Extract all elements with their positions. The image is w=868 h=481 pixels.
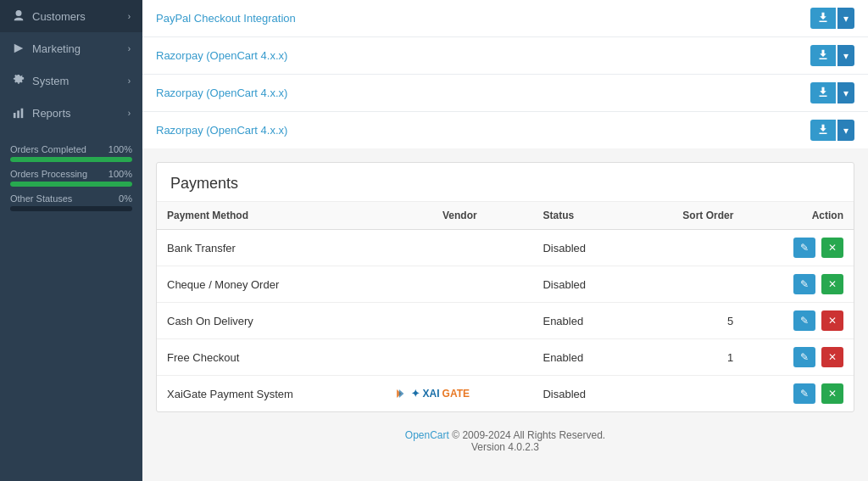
stat-label: Orders Processing [10, 169, 87, 179]
main-content: PayPal Checkout Integration ▾ Razorpay (… [142, 0, 868, 481]
edit-button[interactable]: ✎ [793, 310, 815, 331]
table-row: XaiGate Payment System ✦ XAIGATE Disable… [157, 376, 854, 412]
install-dropdown-button[interactable]: ▾ [837, 120, 854, 141]
install-dropdown-button[interactable]: ▾ [837, 45, 854, 66]
xai-label: ✦ XAI [411, 388, 439, 400]
install-dropdown-button[interactable]: ▾ [837, 82, 854, 103]
reports-icon [12, 106, 25, 120]
install-actions: ▾ [810, 120, 854, 141]
install-row: PayPal Checkout Integration ▾ [142, 0, 868, 37]
delete-button[interactable]: ✕ [821, 310, 843, 331]
sidebar: Customers › Marketing › System › Reports [0, 0, 142, 481]
stat-bar-bg [10, 157, 132, 162]
install-row: Razorpay (OpenCart 4.x.x) ▾ [142, 37, 868, 75]
sidebar-item-label: Reports [32, 107, 71, 120]
install-name[interactable]: Razorpay (OpenCart 4.x.x) [156, 49, 810, 62]
gate-label: GATE [442, 388, 470, 400]
gear-icon [12, 74, 25, 87]
stat-value: 100% [108, 144, 132, 154]
payment-status: Disabled [532, 376, 632, 412]
payment-method: Free Checkout [157, 339, 387, 376]
install-actions: ▾ [810, 8, 854, 29]
payment-status: Enabled [532, 303, 632, 339]
footer-brand-link[interactable]: OpenCart [405, 429, 449, 441]
payment-method: XaiGate Payment System [157, 376, 387, 412]
install-button[interactable] [810, 8, 836, 29]
payments-title: Payments [157, 163, 854, 202]
delete-button[interactable]: ✕ [821, 274, 843, 294]
sidebar-item-reports[interactable]: Reports › [0, 97, 142, 129]
col-method: Payment Method [157, 202, 387, 230]
sidebar-item-label: System [32, 75, 69, 87]
install-actions: ▾ [810, 82, 854, 103]
col-vendor: Vendor [387, 202, 532, 230]
payment-method: Cash On Delivery [157, 303, 387, 339]
stat-other-statuses: Other Statuses 0% [10, 193, 132, 211]
sidebar-item-customers[interactable]: Customers › [0, 0, 142, 32]
edit-button[interactable]: ✎ [793, 383, 815, 404]
installs-table: PayPal Checkout Integration ▾ Razorpay (… [142, 0, 868, 148]
install-button[interactable] [810, 120, 836, 141]
edit-button[interactable]: ✎ [793, 238, 815, 258]
install-dropdown-button[interactable]: ▾ [837, 8, 854, 29]
delete-button[interactable]: ✕ [821, 347, 843, 367]
payment-sort-order [632, 266, 744, 303]
payment-status: Enabled [532, 339, 632, 376]
xaigate-logo: ✦ XAIGATE [397, 388, 522, 400]
col-sort-order: Sort Order [632, 202, 744, 230]
stat-value: 100% [108, 169, 132, 179]
marketing-icon [12, 42, 25, 55]
install-actions: ▾ [810, 45, 854, 66]
footer-version: Version 4.0.2.3 [159, 441, 851, 453]
svg-rect-0 [14, 113, 16, 118]
payment-sort-order [632, 230, 744, 266]
install-name[interactable]: Razorpay (OpenCart 4.x.x) [156, 87, 810, 99]
svg-rect-1 [17, 110, 19, 118]
person-icon [12, 9, 25, 23]
payment-action: ✎ ✕ [743, 376, 854, 412]
install-name[interactable]: PayPal Checkout Integration [156, 12, 810, 25]
table-row: Cheque / Money Order Disabled ✎ ✕ [157, 266, 854, 303]
payment-vendor [387, 266, 532, 303]
footer: OpenCart © 2009-2024 All Rights Reserved… [142, 412, 868, 470]
col-action: Action [743, 202, 854, 230]
sidebar-item-marketing[interactable]: Marketing › [0, 32, 142, 64]
svg-rect-2 [21, 109, 24, 118]
stat-label: Other Statuses [10, 193, 72, 204]
install-row: Razorpay (OpenCart 4.x.x) ▾ [142, 112, 868, 148]
payment-sort-order [632, 376, 744, 412]
col-status: Status [532, 202, 632, 230]
payment-sort-order: 5 [632, 303, 744, 339]
payment-vendor: ✦ XAIGATE [387, 376, 532, 412]
edit-button[interactable]: ✎ [793, 347, 815, 367]
payments-section: Payments Payment Method Vendor Status So… [156, 162, 854, 412]
install-button[interactable] [810, 45, 836, 66]
payments-table: Payment Method Vendor Status Sort Order … [157, 202, 854, 411]
install-row: Razorpay (OpenCart 4.x.x) ▾ [142, 75, 868, 112]
stat-bar-bg [10, 182, 132, 187]
stat-bar-bg [10, 206, 132, 211]
payment-action: ✎ ✕ [743, 266, 854, 303]
footer-copyright: © 2009-2024 All Rights Reserved. [452, 429, 605, 441]
delete-button[interactable]: ✕ [821, 238, 843, 258]
chevron-right-icon: › [128, 76, 131, 86]
payment-action: ✎ ✕ [743, 230, 854, 266]
stat-bar-fill [10, 157, 132, 162]
chevron-right-icon: › [128, 44, 131, 53]
svg-marker-4 [399, 389, 404, 398]
payment-action: ✎ ✕ [743, 303, 854, 339]
table-row: Bank Transfer Disabled ✎ ✕ [157, 230, 854, 266]
edit-button[interactable]: ✎ [793, 274, 815, 294]
install-button[interactable] [810, 82, 836, 103]
stat-value: 0% [119, 193, 132, 204]
sidebar-item-system[interactable]: System › [0, 64, 142, 97]
install-name[interactable]: Razorpay (OpenCart 4.x.x) [156, 124, 810, 137]
payment-vendor [387, 230, 532, 266]
payment-status: Disabled [532, 266, 632, 303]
sidebar-item-label: Customers [32, 10, 86, 23]
stat-bar-fill [10, 182, 132, 187]
payment-method: Bank Transfer [157, 230, 387, 266]
chevron-right-icon: › [128, 109, 131, 118]
sidebar-item-label: Marketing [32, 42, 81, 55]
delete-button[interactable]: ✕ [821, 383, 843, 404]
